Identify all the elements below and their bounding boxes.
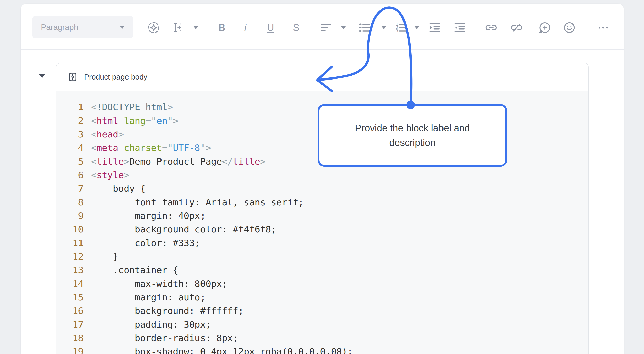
- block-icon: [67, 72, 78, 82]
- code-line: 17 padding: 30px;: [56, 318, 588, 331]
- paragraph-style-label: Paragraph: [41, 23, 120, 32]
- underline-button[interactable]: U: [264, 21, 278, 35]
- indent-decrease-icon[interactable]: [453, 21, 467, 35]
- unlink-icon[interactable]: [510, 21, 524, 35]
- numbered-list-icon[interactable]: 1 2 3: [394, 21, 408, 35]
- svg-text:3: 3: [396, 29, 398, 33]
- code-block-header: Product page body: [56, 63, 588, 91]
- bullet-list-icon[interactable]: [357, 21, 372, 35]
- italic-label: i: [244, 22, 246, 33]
- strikethrough-label: S: [293, 22, 299, 33]
- code-line: 12 }: [56, 250, 588, 263]
- editor-card: Paragraph B i U S: [21, 4, 624, 354]
- strikethrough-button[interactable]: S: [289, 21, 303, 35]
- italic-button[interactable]: i: [238, 21, 252, 35]
- ai-sparkle-icon[interactable]: [147, 21, 161, 35]
- align-caret-icon[interactable]: [341, 26, 346, 29]
- underline-label: U: [267, 22, 274, 33]
- code-line: 13 .container {: [56, 263, 588, 277]
- code-line: 18 border-radius: 8px;: [56, 331, 588, 345]
- text-insert-caret-icon[interactable]: [193, 26, 198, 29]
- more-options-icon[interactable]: [596, 21, 610, 35]
- align-left-icon[interactable]: [319, 21, 333, 35]
- indent-increase-icon[interactable]: [428, 21, 442, 35]
- code-line: 9 margin: 40px;: [56, 209, 588, 223]
- editor-toolbar: Paragraph B i U S: [21, 4, 624, 50]
- code-line: 14 max-width: 800px;: [56, 277, 588, 291]
- bullet-list-caret-icon[interactable]: [381, 26, 386, 29]
- add-comment-icon[interactable]: [538, 21, 552, 35]
- code-line: 6<style>: [56, 168, 588, 182]
- code-line: 11 color: #333;: [56, 236, 588, 250]
- annotation-callout: Provide the block label and description: [318, 104, 507, 167]
- code-line: 19 box-shadow: 0 4px 12px rgba(0,0,0,0.0…: [56, 345, 588, 354]
- code-line: 16 background: #ffffff;: [56, 304, 588, 318]
- code-line: 7 body {: [56, 182, 588, 195]
- block-label: Product page body: [84, 73, 147, 81]
- code-line: 10 background-color: #f4f6f8;: [56, 223, 588, 236]
- collapse-block-toggle[interactable]: [39, 74, 45, 78]
- text-insert-icon[interactable]: [170, 21, 184, 35]
- chevron-down-icon: [120, 26, 125, 29]
- paragraph-style-dropdown[interactable]: Paragraph: [32, 16, 133, 38]
- link-icon[interactable]: [484, 21, 498, 35]
- emoji-icon[interactable]: [562, 21, 576, 35]
- annotation-text: Provide the block label and description: [337, 121, 488, 150]
- code-line: 8 font-family: Arial, sans-serif;: [56, 195, 588, 209]
- numbered-list-caret-icon[interactable]: [414, 26, 419, 29]
- code-line: 15 margin: auto;: [56, 291, 588, 304]
- bold-label: B: [218, 22, 225, 33]
- bold-button[interactable]: B: [215, 21, 229, 35]
